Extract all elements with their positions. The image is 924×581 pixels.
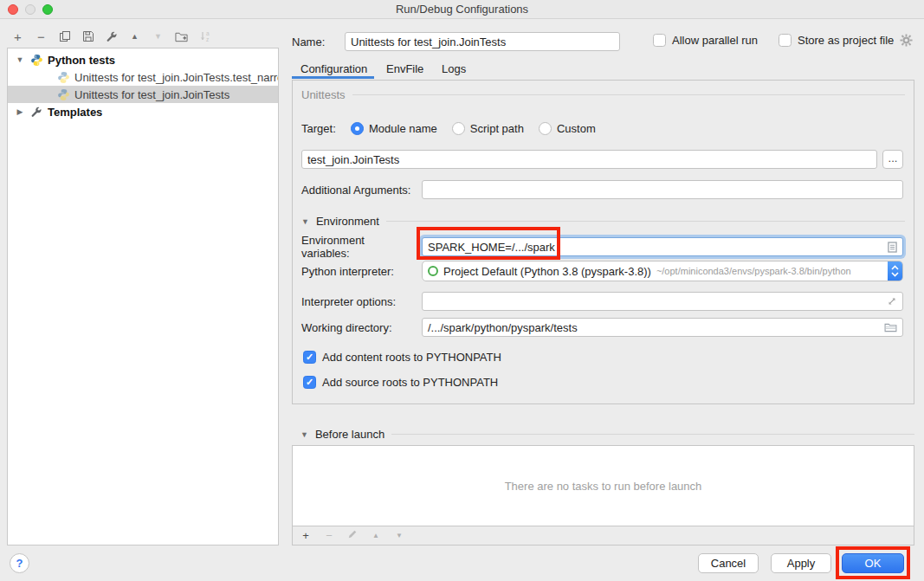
python-interpreter-row: Python interpreter: Project Default (Pyt… [301, 261, 903, 281]
chevron-right-icon[interactable]: ▶ [15, 107, 25, 116]
target-row: Target: Module name Script path Custom [301, 119, 903, 138]
chevron-down-icon[interactable]: ▼ [15, 55, 25, 64]
python-interpreter-select[interactable]: Project Default (Python 3.8 (pyspark-3.8… [422, 261, 903, 281]
unittests-group-header: Unittests [301, 88, 905, 101]
tree-item-python-tests[interactable]: ▼ Python tests [8, 51, 278, 68]
chevron-down-icon[interactable]: ▼ [301, 217, 309, 226]
cancel-button[interactable]: Cancel [698, 553, 759, 573]
unittests-group-title: Unittests [301, 88, 346, 101]
window-title: Run/Debug Configurations [0, 0, 924, 18]
before-launch-task-list[interactable]: There are no tasks to run before launch [293, 446, 914, 526]
move-task-up-icon: ▲ [371, 532, 381, 539]
working-directory-input[interactable]: /.../spark/python/pyspark/tests [422, 318, 903, 337]
chevron-down-icon[interactable]: ▼ [300, 430, 308, 439]
additional-arguments-label: Additional Arguments: [301, 184, 415, 197]
folder-icon[interactable] [879, 323, 897, 332]
gear-icon[interactable] [900, 34, 913, 47]
tree-item-templates[interactable]: ▶ Templates [8, 103, 278, 120]
ok-button-wrapper: OK [842, 553, 904, 573]
radio-label: Module name [369, 122, 437, 135]
apply-button[interactable]: Apply [771, 553, 831, 573]
store-as-project-file-label: Store as project file [798, 34, 894, 47]
zoom-button[interactable] [42, 4, 53, 15]
save-icon[interactable] [81, 29, 94, 43]
edit-task-pencil-icon [347, 529, 358, 542]
radio-label: Script path [470, 122, 524, 135]
interpreter-options-label: Interpreter options: [301, 295, 415, 308]
tab-envfile[interactable]: EnvFile [386, 62, 423, 75]
before-launch-empty-text: There are no tasks to run before launch [505, 480, 702, 493]
configurations-toolbar: + − ▲ ▼ az [11, 28, 211, 45]
module-name-input[interactable]: test_join.JoinTests [301, 150, 877, 169]
name-label: Name: [292, 36, 325, 48]
radio-script-path[interactable]: Script path [452, 122, 524, 135]
browse-button[interactable]: ... [882, 150, 903, 169]
configuration-panel: Unittests Target: Module name Script pat… [292, 80, 914, 404]
target-label: Target: [301, 122, 351, 135]
tree-item-label: Templates [48, 106, 102, 119]
copy-icon[interactable] [58, 29, 71, 43]
move-task-down-icon: ▼ [394, 532, 404, 539]
environment-variables-value: SPARK_HOME=/.../spark [428, 241, 555, 254]
tree-item-label: Unittests for test_join.JoinTests [74, 88, 229, 101]
before-launch-header: ▼ Before launch [300, 428, 914, 441]
help-button[interactable]: ? [10, 553, 29, 573]
environment-variables-label: Environment variables: [301, 234, 415, 260]
radio-unselected-icon[interactable] [539, 122, 552, 135]
add-content-roots-checkbox[interactable]: ✓ [303, 351, 316, 364]
additional-arguments-input[interactable] [422, 180, 903, 199]
edit-templates-wrench-icon[interactable] [105, 29, 118, 43]
interpreter-options-row: Interpreter options: [301, 292, 903, 311]
add-icon[interactable]: + [11, 29, 24, 43]
before-launch-toolbar: + − ▲ ▼ [293, 526, 914, 545]
ok-button[interactable]: OK [842, 553, 904, 573]
environment-variables-row: Environment variables: SPARK_HOME=/.../s… [301, 234, 903, 260]
tree-item-label: Python tests [48, 54, 115, 67]
add-source-roots-checkbox[interactable]: ✓ [303, 376, 316, 389]
move-up-icon[interactable]: ▲ [128, 29, 141, 43]
module-name-row: test_join.JoinTests ... [301, 150, 903, 169]
python-icon [29, 53, 43, 67]
allow-parallel-run-checkbox[interactable] [653, 34, 666, 47]
add-task-icon[interactable]: + [300, 529, 311, 542]
radio-unselected-icon[interactable] [452, 122, 465, 135]
sort-alphabetically-icon: az [198, 29, 211, 43]
tab-configuration[interactable]: Configuration [300, 62, 367, 75]
radio-selected-icon[interactable] [351, 122, 364, 135]
combo-stepper-icon[interactable] [888, 261, 902, 281]
expand-field-icon[interactable] [882, 296, 897, 307]
remove-task-icon: − [324, 529, 334, 542]
wrench-icon [29, 105, 43, 119]
active-tab-indicator [292, 76, 374, 79]
edit-variables-icon[interactable] [882, 242, 897, 253]
radio-module-name[interactable]: Module name [351, 122, 437, 135]
titlebar: Run/Debug Configurations [0, 0, 924, 19]
environment-group-header: ▼ Environment [301, 215, 905, 228]
python-icon [56, 87, 70, 101]
environment-variables-input[interactable]: SPARK_HOME=/.../spark [422, 237, 903, 256]
python-icon [56, 70, 70, 84]
run-config-tree: ▼ Python tests Unittests for test_join.J… [7, 48, 279, 545]
tree-item-unittests-jointests[interactable]: Unittests for test_join.JoinTests [8, 86, 278, 103]
name-input[interactable]: Unittests for test_join.JoinTests [345, 32, 620, 51]
remove-icon[interactable]: − [35, 29, 48, 43]
minimize-button[interactable] [25, 4, 36, 15]
store-as-project-file-checkbox[interactable] [779, 34, 792, 47]
tree-item-unittests-test-narrow[interactable]: Unittests for test_join.JoinTests.test_n… [8, 68, 278, 86]
before-launch-panel: There are no tasks to run before launch … [292, 445, 914, 545]
radio-custom[interactable]: Custom [539, 122, 596, 135]
python-interpreter-label: Python interpreter: [301, 265, 415, 278]
working-directory-value: /.../spark/python/pyspark/tests [428, 321, 578, 334]
tab-logs[interactable]: Logs [442, 62, 466, 75]
close-button[interactable] [8, 4, 18, 15]
new-folder-icon[interactable] [175, 29, 188, 43]
move-down-icon: ▼ [152, 29, 165, 43]
radio-label: Custom [557, 122, 596, 135]
run-debug-configurations-dialog: Run/Debug Configurations + − ▲ ▼ az ▼ Py [0, 0, 924, 581]
interpreter-options-input[interactable] [422, 292, 903, 311]
svg-text:z: z [206, 36, 209, 42]
store-as-project-file-checkbox-row: Store as project file [779, 34, 913, 47]
environment-group-title: Environment [316, 215, 379, 228]
traffic-lights [8, 4, 53, 15]
add-source-roots-label: Add source roots to PYTHONPATH [322, 376, 498, 389]
